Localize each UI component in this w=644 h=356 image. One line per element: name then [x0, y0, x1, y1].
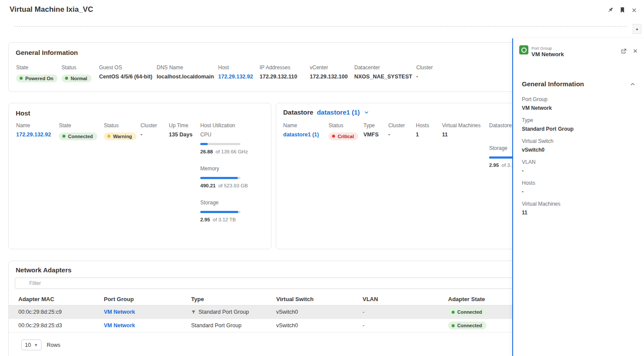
datastore-card-title: Datastore datastore1 (1)	[283, 108, 370, 116]
chevron-up-icon[interactable]	[629, 81, 636, 88]
host-status-column: Status Warning	[104, 122, 140, 234]
datastore-cluster-column: Cluster -	[388, 122, 405, 138]
host-state-pill: Connected	[59, 132, 97, 140]
collapsed-section-divider	[14, 26, 627, 27]
info-field-dns-name: DNS Name localhost.localdomain	[157, 64, 218, 82]
host-name-column: Name 172.29.132.92	[16, 122, 59, 234]
pagination: 10 ▼ Rows	[21, 339, 60, 350]
panel-fields: Port Group VM Network Type Standard Port…	[522, 96, 637, 222]
info-field-datacenter: Datacenter NXOS_NAE_SYSTEST	[354, 64, 416, 82]
host-status-pill: Warning	[104, 132, 137, 140]
green-dot-icon	[452, 311, 455, 314]
datastore-type-column: Type VMFS	[363, 122, 379, 138]
info-field-guest-os: Guest OS CentOS 4/5/6 (64-bit)	[99, 64, 157, 82]
cpu-progress-bar	[200, 143, 240, 145]
adapter-state-pill: Connected	[448, 322, 486, 329]
memory-progress-bar	[200, 177, 240, 179]
host-card: Host Name 172.29.132.92 State Connected …	[8, 103, 271, 249]
host-columns: Name 172.29.132.92 State Connected Statu…	[16, 122, 248, 234]
panel-actions	[620, 47, 639, 54]
host-link[interactable]: 172.29.132.92	[218, 74, 260, 80]
pin-icon[interactable]	[606, 6, 614, 14]
host-state-column: State Connected	[59, 122, 104, 234]
rows-per-page-select[interactable]: 10 ▼	[21, 339, 41, 350]
close-icon[interactable]	[630, 6, 638, 14]
host-card-title: Host	[16, 109, 30, 117]
type-cell: Standard Port Group	[191, 322, 276, 329]
info-field-status: Status Normal	[62, 64, 99, 82]
chevron-down-icon: ▼	[34, 343, 38, 347]
column-header-port-group: Port Group	[104, 296, 191, 302]
memory-utilization: Memory 490.21 of 523.93 GB	[200, 166, 248, 188]
general-info-fields: State Powered On Status Normal Guest OS …	[16, 64, 433, 82]
info-field-ip-addresses: IP Addresses 172.29.132.110	[260, 64, 310, 82]
network-adapters-title: Network Adapters	[16, 266, 72, 274]
green-dot-icon	[65, 77, 68, 80]
page-header: Virtual Machine Ixia_VC	[0, 0, 644, 20]
rows-label: Rows	[47, 342, 60, 348]
vlan-cell: -	[363, 322, 448, 329]
storage-progress-bar	[200, 211, 240, 213]
panel-field-hosts: Hosts -	[522, 180, 637, 195]
port-group-link[interactable]: VM Network	[104, 309, 135, 315]
port-group-link[interactable]: VM Network	[104, 322, 135, 329]
status-pill: Normal	[62, 75, 92, 82]
green-dot-icon	[20, 77, 23, 80]
virtual-machine-detail-page: Virtual Machine Ixia_VC	[0, 0, 644, 356]
general-info-title: General Information	[16, 49, 78, 56]
scroll-up-icon: ▲	[635, 27, 639, 31]
info-field-state: State Powered On	[16, 64, 62, 82]
column-header-vlan: VLAN	[363, 296, 448, 302]
header-actions	[606, 6, 638, 14]
green-dot-icon	[62, 135, 65, 138]
state-pill: Powered On	[16, 75, 58, 82]
scroll-up-button[interactable]: ▲	[633, 24, 641, 34]
host-cluster-column: Cluster -	[140, 122, 169, 234]
panel-field-virtual-switch: Virtual Switch vSwitch0	[522, 138, 637, 153]
panel-close-icon[interactable]	[632, 47, 639, 54]
bookmark-icon[interactable]	[618, 6, 626, 14]
panel-section-title: General Information	[522, 80, 584, 88]
datastore-status-column: Status Critical	[329, 122, 358, 140]
green-dot-icon	[452, 324, 455, 327]
panel-field-virtual-machines: Virtual Machines 11	[522, 201, 637, 216]
adapter-state-pill: Connected	[448, 308, 486, 316]
datastore-name-column: Name datastore1 (1)	[283, 122, 319, 138]
port-group-side-panel: Port Group VM Network General Informatio…	[512, 38, 644, 356]
entity-name: VM Network	[531, 51, 564, 58]
panel-field-port-group: Port Group VM Network	[522, 96, 637, 111]
critical-dot-icon	[332, 135, 335, 138]
chevron-down-icon[interactable]	[363, 109, 370, 115]
storage-utilization: Storage 2.95 of 3.12 TB	[200, 200, 248, 222]
panel-field-vlan: VLAN -	[522, 159, 637, 174]
column-header-type: Type	[191, 296, 276, 302]
host-uptime-column: Up Time 135 Days	[169, 122, 200, 234]
info-field-vcenter: vCenter 172.29.132.100	[310, 64, 354, 82]
info-field-host: Host 172.29.132.92	[218, 64, 260, 82]
entity-type-label: Port Group	[531, 46, 552, 51]
datastore-vms-column: Virtual Machines 11	[442, 122, 481, 138]
datastore-title-link[interactable]: datastore1 (1)	[317, 108, 360, 116]
column-header-virtual-switch: Virtual Switch	[276, 296, 363, 302]
panel-field-type: Type Standard Port Group	[522, 117, 637, 132]
datastore-status-pill: Critical	[329, 132, 358, 140]
column-header-adapter-mac: Adapter MAC	[18, 296, 104, 302]
port-group-icon	[519, 45, 528, 54]
host-name-link[interactable]: 172.29.132.92	[16, 132, 59, 138]
virtual-switch-cell: vSwitch0	[276, 322, 363, 329]
filter-funnel-icon	[191, 310, 196, 315]
page-title: Virtual Machine Ixia_VC	[10, 5, 93, 14]
warning-dot-icon	[107, 135, 110, 138]
host-utilization-column: Host Utilization CPU 26.88 of 139.66 GHz…	[200, 122, 248, 234]
vlan-cell: -	[363, 309, 448, 315]
virtual-switch-cell: vSwitch0	[276, 309, 363, 315]
type-cell: Standard Port Group	[191, 309, 276, 315]
adapter-mac-cell: 00:0c:29:8d:25:c9	[18, 309, 104, 315]
datastore-name-link[interactable]: datastore1 (1)	[283, 132, 319, 138]
datastore-hosts-column: Hosts 1	[416, 122, 429, 138]
open-in-new-icon[interactable]	[620, 47, 627, 54]
info-field-cluster: Cluster -	[416, 64, 433, 82]
adapter-mac-cell: 00:0c:29:8d:25:d3	[18, 322, 104, 329]
cpu-utilization: CPU 26.88 of 139.66 GHz	[200, 132, 248, 154]
